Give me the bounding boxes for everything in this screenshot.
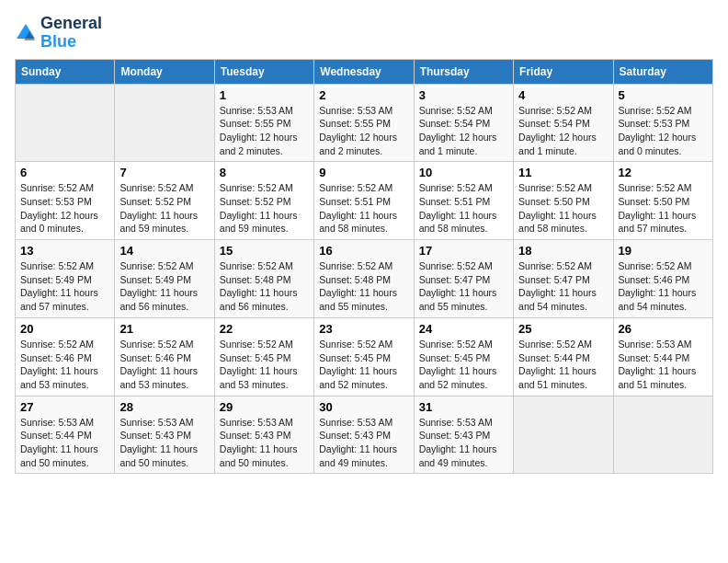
calendar-cell: 16Sunrise: 5:52 AMSunset: 5:48 PMDayligh…	[314, 240, 414, 318]
day-number: 31	[419, 400, 508, 414]
day-info: Sunrise: 5:52 AMSunset: 5:54 PMDaylight:…	[419, 104, 508, 158]
day-info: Sunrise: 5:53 AMSunset: 5:43 PMDaylight:…	[220, 416, 309, 470]
day-number: 12	[619, 166, 708, 179]
calendar-cell: 2Sunrise: 5:53 AMSunset: 5:55 PMDaylight…	[314, 84, 414, 162]
page-header: GeneralBlue	[15, 15, 713, 52]
calendar-cell	[613, 396, 712, 474]
day-number: 10	[419, 166, 508, 179]
week-row-2: 6Sunrise: 5:52 AMSunset: 5:53 PMDaylight…	[16, 162, 713, 240]
calendar-cell: 29Sunrise: 5:53 AMSunset: 5:43 PMDayligh…	[214, 396, 313, 474]
calendar-cell: 21Sunrise: 5:52 AMSunset: 5:46 PMDayligh…	[115, 317, 214, 396]
day-info: Sunrise: 5:52 AMSunset: 5:51 PMDaylight:…	[419, 181, 508, 236]
day-number: 17	[419, 244, 508, 258]
calendar-cell: 27Sunrise: 5:53 AMSunset: 5:44 PMDayligh…	[16, 396, 115, 474]
calendar-cell: 20Sunrise: 5:52 AMSunset: 5:46 PMDayligh…	[16, 317, 115, 396]
calendar-cell: 9Sunrise: 5:52 AMSunset: 5:51 PMDaylight…	[314, 162, 414, 240]
calendar-cell: 18Sunrise: 5:52 AMSunset: 5:47 PMDayligh…	[514, 240, 613, 318]
day-number: 1	[220, 88, 309, 102]
logo: GeneralBlue	[15, 15, 102, 52]
calendar-cell: 23Sunrise: 5:52 AMSunset: 5:45 PMDayligh…	[314, 317, 414, 396]
day-number: 19	[619, 244, 708, 258]
day-info: Sunrise: 5:52 AMSunset: 5:48 PMDaylight:…	[220, 259, 309, 314]
calendar-cell: 17Sunrise: 5:52 AMSunset: 5:47 PMDayligh…	[414, 240, 513, 318]
day-number: 9	[319, 166, 408, 179]
week-row-3: 13Sunrise: 5:52 AMSunset: 5:49 PMDayligh…	[16, 240, 713, 318]
day-number: 23	[319, 322, 408, 336]
calendar-cell: 15Sunrise: 5:52 AMSunset: 5:48 PMDayligh…	[214, 240, 313, 318]
day-info: Sunrise: 5:52 AMSunset: 5:49 PMDaylight:…	[20, 259, 109, 314]
calendar-table: SundayMondayTuesdayWednesdayThursdayFrid…	[15, 59, 713, 475]
day-info: Sunrise: 5:52 AMSunset: 5:45 PMDaylight:…	[419, 338, 508, 392]
day-header-monday: Monday	[115, 59, 214, 84]
day-header-friday: Friday	[514, 59, 613, 84]
day-number: 27	[20, 400, 109, 414]
day-header-tuesday: Tuesday	[214, 59, 313, 84]
calendar-cell	[514, 396, 613, 474]
day-info: Sunrise: 5:52 AMSunset: 5:53 PMDaylight:…	[619, 104, 708, 158]
calendar-cell: 5Sunrise: 5:52 AMSunset: 5:53 PMDaylight…	[613, 84, 712, 162]
day-info: Sunrise: 5:53 AMSunset: 5:43 PMDaylight:…	[119, 416, 209, 470]
calendar-cell: 12Sunrise: 5:52 AMSunset: 5:50 PMDayligh…	[613, 162, 712, 240]
day-number: 3	[419, 88, 508, 102]
day-number: 28	[119, 400, 209, 414]
day-number: 5	[619, 88, 708, 102]
day-info: Sunrise: 5:52 AMSunset: 5:48 PMDaylight:…	[319, 259, 408, 314]
calendar-cell: 14Sunrise: 5:52 AMSunset: 5:49 PMDayligh…	[115, 240, 214, 318]
day-info: Sunrise: 5:52 AMSunset: 5:46 PMDaylight:…	[119, 338, 209, 392]
day-info: Sunrise: 5:52 AMSunset: 5:52 PMDaylight:…	[119, 181, 209, 236]
calendar-cell: 4Sunrise: 5:52 AMSunset: 5:54 PMDaylight…	[514, 84, 613, 162]
day-number: 26	[619, 322, 708, 336]
day-number: 4	[518, 88, 608, 102]
calendar-cell: 30Sunrise: 5:53 AMSunset: 5:43 PMDayligh…	[314, 396, 414, 474]
day-info: Sunrise: 5:52 AMSunset: 5:50 PMDaylight:…	[619, 181, 708, 236]
calendar-cell: 10Sunrise: 5:52 AMSunset: 5:51 PMDayligh…	[414, 162, 513, 240]
day-number: 20	[20, 322, 109, 336]
week-row-1: 1Sunrise: 5:53 AMSunset: 5:55 PMDaylight…	[16, 84, 713, 162]
day-info: Sunrise: 5:52 AMSunset: 5:47 PMDaylight:…	[419, 259, 508, 314]
day-header-wednesday: Wednesday	[314, 59, 414, 84]
day-info: Sunrise: 5:52 AMSunset: 5:54 PMDaylight:…	[518, 104, 608, 158]
day-number: 30	[319, 400, 408, 414]
day-info: Sunrise: 5:52 AMSunset: 5:45 PMDaylight:…	[220, 338, 309, 392]
day-info: Sunrise: 5:53 AMSunset: 5:43 PMDaylight:…	[419, 416, 508, 470]
day-info: Sunrise: 5:53 AMSunset: 5:43 PMDaylight:…	[319, 416, 408, 470]
day-number: 11	[518, 166, 608, 179]
logo-text: GeneralBlue	[40, 15, 102, 52]
day-number: 22	[220, 322, 309, 336]
calendar-cell: 22Sunrise: 5:52 AMSunset: 5:45 PMDayligh…	[214, 317, 313, 396]
day-info: Sunrise: 5:53 AMSunset: 5:44 PMDaylight:…	[20, 416, 109, 470]
day-info: Sunrise: 5:52 AMSunset: 5:45 PMDaylight:…	[319, 338, 408, 392]
calendar-cell: 13Sunrise: 5:52 AMSunset: 5:49 PMDayligh…	[16, 240, 115, 318]
calendar-cell: 26Sunrise: 5:53 AMSunset: 5:44 PMDayligh…	[613, 317, 712, 396]
day-info: Sunrise: 5:53 AMSunset: 5:55 PMDaylight:…	[220, 104, 309, 158]
week-row-4: 20Sunrise: 5:52 AMSunset: 5:46 PMDayligh…	[16, 317, 713, 396]
day-number: 21	[119, 322, 209, 336]
day-info: Sunrise: 5:52 AMSunset: 5:46 PMDaylight:…	[20, 338, 109, 392]
calendar-cell: 7Sunrise: 5:52 AMSunset: 5:52 PMDaylight…	[115, 162, 214, 240]
day-number: 18	[518, 244, 608, 258]
calendar-cell	[115, 84, 214, 162]
day-info: Sunrise: 5:52 AMSunset: 5:50 PMDaylight:…	[518, 181, 608, 236]
day-number: 24	[419, 322, 508, 336]
calendar-cell: 8Sunrise: 5:52 AMSunset: 5:52 PMDaylight…	[214, 162, 313, 240]
day-header-saturday: Saturday	[613, 59, 712, 84]
calendar-cell: 28Sunrise: 5:53 AMSunset: 5:43 PMDayligh…	[115, 396, 214, 474]
logo-icon	[15, 22, 37, 44]
calendar-cell	[16, 84, 115, 162]
day-info: Sunrise: 5:52 AMSunset: 5:49 PMDaylight:…	[119, 259, 209, 314]
calendar-cell: 19Sunrise: 5:52 AMSunset: 5:46 PMDayligh…	[613, 240, 712, 318]
calendar-cell: 25Sunrise: 5:52 AMSunset: 5:44 PMDayligh…	[514, 317, 613, 396]
day-number: 13	[20, 244, 109, 258]
day-header-thursday: Thursday	[414, 59, 513, 84]
week-row-5: 27Sunrise: 5:53 AMSunset: 5:44 PMDayligh…	[16, 396, 713, 474]
day-info: Sunrise: 5:52 AMSunset: 5:44 PMDaylight:…	[518, 338, 608, 392]
day-number: 15	[220, 244, 309, 258]
day-number: 2	[319, 88, 408, 102]
day-number: 7	[119, 166, 209, 179]
day-info: Sunrise: 5:53 AMSunset: 5:55 PMDaylight:…	[319, 104, 408, 158]
day-number: 14	[119, 244, 209, 258]
day-number: 6	[20, 166, 109, 179]
day-number: 25	[518, 322, 608, 336]
calendar-cell: 3Sunrise: 5:52 AMSunset: 5:54 PMDaylight…	[414, 84, 513, 162]
day-number: 16	[319, 244, 408, 258]
